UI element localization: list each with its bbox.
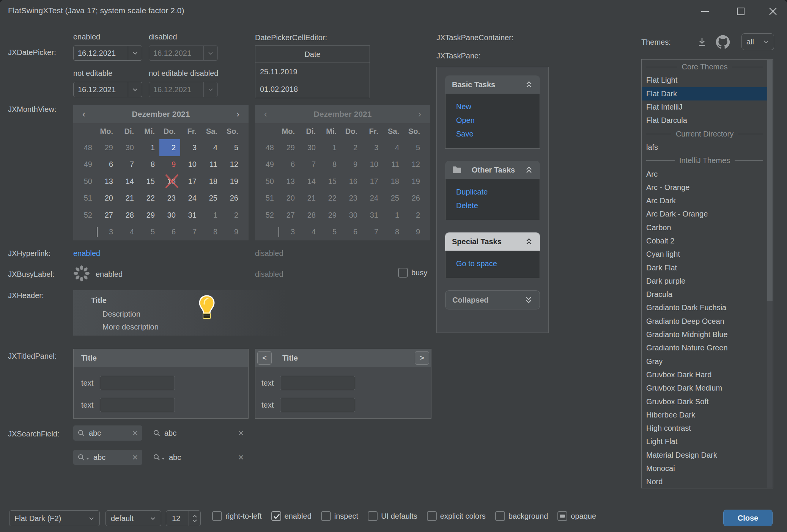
busy-checkbox[interactable] bbox=[398, 268, 408, 278]
clear-search-icon[interactable]: ✕ bbox=[132, 429, 138, 438]
theme-list-row[interactable]: Gruvbox Dark Medium bbox=[642, 381, 768, 395]
option-checkbox-item[interactable]: right-to-left bbox=[212, 511, 262, 521]
day-cell[interactable]: 28 bbox=[118, 207, 139, 224]
day-cell[interactable]: 24 bbox=[180, 190, 201, 207]
theme-list-row[interactable]: Arc bbox=[642, 167, 768, 180]
theme-list-row[interactable]: Current Directory bbox=[642, 127, 768, 140]
collapse-chevron-icon[interactable] bbox=[525, 166, 533, 174]
day-cell[interactable]: 23 bbox=[159, 190, 180, 207]
search-input-value[interactable]: abc bbox=[89, 429, 132, 438]
theme-list-row[interactable]: Dracula bbox=[642, 288, 768, 301]
day-cell[interactable]: 25 bbox=[201, 190, 222, 207]
search-field[interactable]: abc ✕ bbox=[149, 450, 248, 465]
next-month-icon[interactable]: › bbox=[230, 109, 246, 119]
day-cell[interactable]: 21 bbox=[118, 190, 139, 207]
day-cell[interactable]: 11 bbox=[201, 156, 222, 173]
theme-list-row[interactable]: Flat Dark bbox=[642, 87, 768, 100]
spinner-up-icon[interactable] bbox=[192, 515, 197, 518]
checkbox[interactable] bbox=[557, 511, 567, 521]
theme-list-row[interactable]: Cobalt 2 bbox=[642, 234, 768, 248]
option-checkbox-item[interactable]: UI defaults bbox=[368, 511, 417, 521]
theme-list-row[interactable]: Gradianto Deep Ocean bbox=[642, 315, 768, 328]
font-combobox[interactable]: default bbox=[105, 510, 161, 526]
search-menu-caret-icon[interactable] bbox=[161, 453, 165, 462]
taskpane-link[interactable]: Save bbox=[456, 127, 529, 141]
taskpane-header[interactable]: Basic Tasks bbox=[445, 75, 540, 94]
taskpane-link[interactable]: Duplicate bbox=[456, 185, 529, 199]
datepicker-value[interactable]: 16.12.2021 bbox=[74, 49, 128, 58]
day-cell[interactable]: 6 bbox=[97, 156, 118, 173]
checkbox[interactable] bbox=[427, 511, 437, 521]
checkbox[interactable] bbox=[368, 511, 378, 521]
theme-list-row[interactable]: Gradianto Dark Fuchsia bbox=[642, 301, 768, 314]
text-input[interactable] bbox=[280, 376, 355, 390]
day-cell[interactable]: 8 bbox=[201, 224, 222, 241]
taskpane-link[interactable]: Open bbox=[456, 113, 529, 127]
day-cell[interactable]: 9 bbox=[222, 224, 243, 241]
day-cell[interactable]: 16 bbox=[159, 173, 180, 190]
datepicker-field[interactable]: 16.12.2021 bbox=[73, 46, 142, 61]
scrollbar-thumb[interactable] bbox=[767, 60, 773, 301]
day-cell[interactable]: 13 bbox=[97, 173, 118, 190]
text-input[interactable] bbox=[280, 398, 355, 412]
theme-list-row[interactable]: Hiberbee Dark bbox=[642, 408, 768, 422]
theme-list-row[interactable]: Monocai bbox=[642, 462, 768, 475]
day-cell[interactable]: 2 bbox=[159, 139, 180, 156]
taskpane-link[interactable]: Delete bbox=[456, 199, 529, 212]
theme-list-row[interactable]: IntelliJ Themes bbox=[642, 154, 768, 167]
day-cell[interactable]: 27 bbox=[97, 207, 118, 224]
checkbox[interactable] bbox=[321, 511, 331, 521]
day-cell[interactable]: 6 bbox=[159, 224, 180, 241]
day-cell[interactable]: 15 bbox=[139, 173, 159, 190]
theme-list-row[interactable]: Gruvbox Dark Hard bbox=[642, 368, 768, 381]
taskpane-header[interactable]: Special Tasks bbox=[445, 232, 540, 251]
datepicker-field[interactable]: 16.12.2021 bbox=[149, 46, 218, 61]
datepicker-dropdown-button[interactable] bbox=[203, 46, 217, 60]
clear-search-icon[interactable]: ✕ bbox=[132, 453, 138, 462]
search-field[interactable]: abc ✕ bbox=[73, 425, 142, 441]
theme-list-row[interactable]: Gradianto Nature Green bbox=[642, 341, 768, 355]
day-cell[interactable]: 10 bbox=[180, 156, 201, 173]
day-cell[interactable]: 14 bbox=[118, 173, 139, 190]
minimize-button[interactable] bbox=[687, 0, 723, 23]
theme-list-row[interactable]: Dark purple bbox=[642, 275, 768, 288]
theme-list-row[interactable]: High contrast bbox=[642, 422, 768, 435]
day-cell[interactable]: 29 bbox=[139, 207, 159, 224]
search-input-value[interactable]: abc bbox=[169, 453, 238, 462]
theme-list-row[interactable]: Arc Dark - Orange bbox=[642, 207, 768, 221]
theme-list-row[interactable]: Flat Light bbox=[642, 74, 768, 87]
theme-list-row[interactable]: Flat Darcula bbox=[642, 114, 768, 127]
datepicker-value[interactable]: 16.12.2021 bbox=[74, 85, 128, 94]
theme-list-row[interactable]: Nord bbox=[642, 475, 768, 488]
day-cell[interactable]: 4 bbox=[118, 224, 139, 241]
text-input[interactable] bbox=[100, 398, 175, 412]
day-cell[interactable]: 1 bbox=[201, 207, 222, 224]
spinner-down-icon[interactable] bbox=[192, 519, 197, 523]
day-cell[interactable]: 4 bbox=[201, 139, 222, 156]
search-field[interactable]: abc ✕ bbox=[73, 450, 142, 465]
datepicker-value[interactable]: 16.12.2021 bbox=[149, 85, 203, 94]
datepicker-value[interactable]: 16.12.2021 bbox=[149, 49, 203, 58]
theme-list-row[interactable]: Arc Dark bbox=[642, 194, 768, 207]
theme-list-row[interactable]: Carbon bbox=[642, 221, 768, 234]
day-cell[interactable]: 29 bbox=[97, 139, 118, 156]
theme-list-row[interactable]: Gradianto Midnight Blue bbox=[642, 328, 768, 341]
close-button[interactable]: Close bbox=[723, 510, 773, 526]
day-cell[interactable]: 7 bbox=[180, 224, 201, 241]
day-cell[interactable]: 31 bbox=[180, 207, 201, 224]
table-row[interactable]: 25.11.2019 bbox=[255, 63, 370, 80]
text-input[interactable] bbox=[100, 376, 175, 390]
font-size-value[interactable]: 12 bbox=[166, 511, 189, 526]
collapse-chevron-icon[interactable] bbox=[525, 80, 533, 89]
panel-next-button[interactable]: > bbox=[415, 351, 429, 365]
theme-list-row[interactable]: Arc - Orange bbox=[642, 181, 768, 194]
collapse-chevron-icon[interactable] bbox=[525, 237, 533, 246]
theme-list-row[interactable]: Light Flat bbox=[642, 435, 768, 448]
theme-list-row[interactable]: Gray bbox=[642, 355, 768, 368]
themes-scrollbar[interactable] bbox=[767, 60, 773, 488]
option-checkbox-item[interactable]: explicit colors bbox=[427, 511, 486, 521]
prev-month-icon[interactable]: ‹ bbox=[76, 109, 92, 119]
theme-list-row[interactable]: Gruvbox Dark Soft bbox=[642, 395, 768, 408]
font-size-spinner[interactable]: 12 bbox=[166, 510, 201, 526]
taskpane-link[interactable]: New bbox=[456, 100, 529, 113]
